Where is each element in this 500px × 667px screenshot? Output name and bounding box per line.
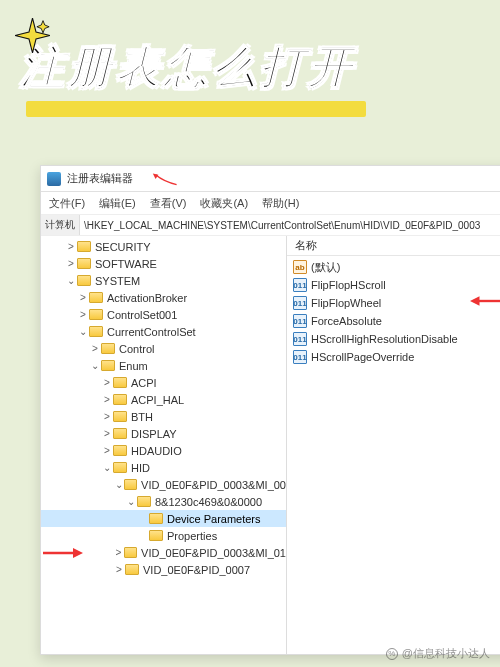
overlay-title-area: 注册表怎么打开 (20, 38, 495, 117)
chevron-right-icon[interactable]: > (113, 547, 124, 558)
chevron-right-icon[interactable]: > (101, 394, 113, 405)
tree-item-label: ACPI_HAL (131, 394, 184, 406)
binary-value-icon: 011 (293, 332, 307, 346)
tree-item[interactable]: ⌄HID (41, 459, 286, 476)
folder-icon (77, 275, 91, 286)
tree-item[interactable]: ⌄SYSTEM (41, 272, 286, 289)
tree-item[interactable]: >HDAUDIO (41, 442, 286, 459)
tree-item-label: SECURITY (95, 241, 151, 253)
chevron-right-icon[interactable]: > (65, 241, 77, 252)
tree-item-label: Enum (119, 360, 148, 372)
binary-value-icon: 011 (293, 278, 307, 292)
tree-item[interactable]: ⌄8&1230c469&0&0000 (41, 493, 286, 510)
chevron-right-icon[interactable]: > (89, 343, 101, 354)
folder-icon (125, 564, 139, 575)
menu-edit[interactable]: 编辑(E) (99, 196, 136, 211)
value-name: HScrollPageOverride (311, 351, 414, 363)
folder-icon (124, 479, 137, 490)
value-row[interactable]: ab(默认) (287, 258, 500, 276)
folder-icon (77, 258, 91, 269)
chevron-right-icon[interactable]: > (77, 292, 89, 303)
chevron-right-icon[interactable]: > (101, 428, 113, 439)
value-name: HScrollHighResolutionDisable (311, 333, 458, 345)
menu-bar: 文件(F) 编辑(E) 查看(V) 收藏夹(A) 帮助(H) (41, 192, 500, 214)
value-row[interactable]: 011ForceAbsolute (287, 312, 500, 330)
tree-item[interactable]: >SECURITY (41, 238, 286, 255)
tree-item[interactable]: ⌄VID_0E0F&PID_0003&MI_00 (41, 476, 286, 493)
chevron-down-icon[interactable]: ⌄ (89, 360, 101, 371)
tree-item[interactable]: >ACPI (41, 374, 286, 391)
chevron-down-icon[interactable]: ⌄ (113, 479, 124, 490)
overlay-title: 注册表怎么打开 (20, 38, 495, 97)
value-name: ForceAbsolute (311, 315, 382, 327)
menu-file[interactable]: 文件(F) (49, 196, 85, 211)
tree-item-label: ControlSet001 (107, 309, 177, 321)
tree-item-label: VID_0E0F&PID_0007 (143, 564, 250, 576)
chevron-right-icon[interactable]: > (77, 309, 89, 320)
tree-item[interactable]: ⌄Enum (41, 357, 286, 374)
chevron-down-icon[interactable]: ⌄ (101, 462, 113, 473)
address-label: 计算机 (41, 215, 80, 235)
address-bar: 计算机 \HKEY_LOCAL_MACHINE\SYSTEM\CurrentCo… (41, 214, 500, 236)
folder-icon (149, 530, 163, 541)
tree-item[interactable]: >ActivationBroker (41, 289, 286, 306)
chevron-down-icon[interactable]: ⌄ (65, 275, 77, 286)
chevron-right-icon[interactable]: > (101, 411, 113, 422)
address-path[interactable]: \HKEY_LOCAL_MACHINE\SYSTEM\CurrentContro… (80, 220, 500, 231)
folder-icon (124, 547, 137, 558)
values-pane: 名称 ab(默认)011FlipFlopHScroll011FlipFlopWh… (287, 236, 500, 654)
folder-icon (113, 428, 127, 439)
window-titlebar: 注册表编辑器 (41, 166, 500, 192)
tree-item-label: VID_0E0F&PID_0003&MI_00 (141, 479, 286, 491)
tree-item[interactable]: >VID_0E0F&PID_0007 (41, 561, 286, 578)
tree-item-label: DISPLAY (131, 428, 177, 440)
binary-value-icon: 011 (293, 350, 307, 364)
value-row[interactable]: 011FlipFlopWheel (287, 294, 500, 312)
tree-item[interactable]: ⌄CurrentControlSet (41, 323, 286, 340)
registry-editor-window: 注册表编辑器 文件(F) 编辑(E) 查看(V) 收藏夹(A) 帮助(H) 计算… (40, 165, 500, 655)
annotation-arrow-icon (470, 295, 500, 307)
folder-icon (101, 360, 115, 371)
tree-item[interactable]: Properties (41, 527, 286, 544)
watermark-text: @信息科技小达人 (402, 646, 490, 661)
tree-item[interactable]: >DISPLAY (41, 425, 286, 442)
chevron-right-icon[interactable]: > (65, 258, 77, 269)
binary-value-icon: 011 (293, 296, 307, 310)
value-row[interactable]: 011FlipFlopHScroll (287, 276, 500, 294)
column-header-name[interactable]: 名称 (287, 236, 500, 256)
folder-icon (113, 411, 127, 422)
value-row[interactable]: 011HScrollHighResolutionDisable (287, 330, 500, 348)
folder-icon (113, 394, 127, 405)
chevron-down-icon[interactable]: ⌄ (77, 326, 89, 337)
chevron-right-icon[interactable]: > (101, 377, 113, 388)
watermark: % @信息科技小达人 (386, 646, 490, 661)
menu-view[interactable]: 查看(V) (150, 196, 187, 211)
tree-item[interactable]: >ACPI_HAL (41, 391, 286, 408)
watermark-icon: % (386, 648, 398, 660)
menu-help[interactable]: 帮助(H) (262, 196, 299, 211)
folder-icon (89, 309, 103, 320)
sparkle-icon (15, 18, 50, 53)
tree-item[interactable]: Device Parameters (41, 510, 286, 527)
tree-item[interactable]: >ControlSet001 (41, 306, 286, 323)
chevron-right-icon[interactable]: > (101, 445, 113, 456)
window-title: 注册表编辑器 (67, 171, 133, 186)
annotation-arrow-icon (149, 172, 179, 186)
folder-icon (89, 326, 103, 337)
folder-icon (137, 496, 151, 507)
tree-view[interactable]: >SECURITY>SOFTWARE⌄SYSTEM>ActivationBrok… (41, 236, 287, 654)
chevron-right-icon[interactable]: > (113, 564, 125, 575)
folder-icon (149, 513, 163, 524)
tree-item-label: HDAUDIO (131, 445, 182, 457)
values-list: ab(默认)011FlipFlopHScroll011FlipFlopWheel… (287, 256, 500, 368)
value-row[interactable]: 011HScrollPageOverride (287, 348, 500, 366)
regedit-icon (47, 172, 61, 186)
split-pane: >SECURITY>SOFTWARE⌄SYSTEM>ActivationBrok… (41, 236, 500, 654)
value-name: (默认) (311, 260, 340, 275)
chevron-down-icon[interactable]: ⌄ (125, 496, 137, 507)
folder-icon (77, 241, 91, 252)
tree-item[interactable]: >Control (41, 340, 286, 357)
menu-favorites[interactable]: 收藏夹(A) (200, 196, 248, 211)
tree-item[interactable]: >BTH (41, 408, 286, 425)
tree-item[interactable]: >SOFTWARE (41, 255, 286, 272)
